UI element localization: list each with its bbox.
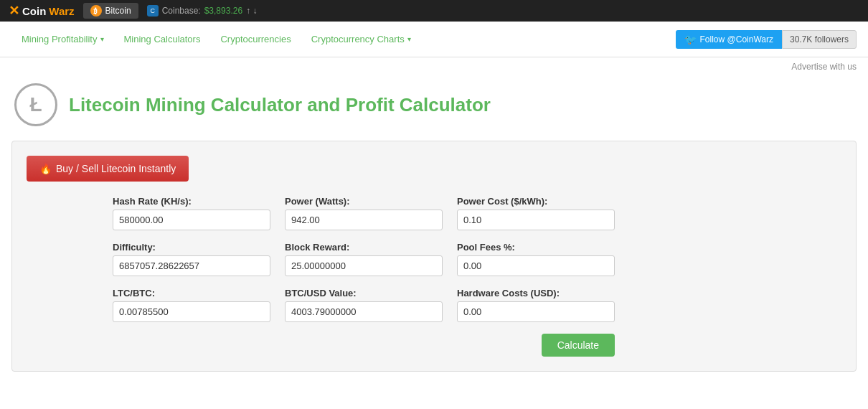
block-reward-input[interactable] bbox=[285, 255, 443, 276]
nav-mining-calculators-label: Mining Calculators bbox=[124, 34, 201, 44]
nav-right: 🐦 Follow @CoinWarz 30.7K followers bbox=[676, 30, 857, 49]
bitcoin-label: Bitcoin bbox=[105, 6, 131, 16]
field-difficulty: Difficulty: bbox=[113, 242, 270, 276]
coinbase-icon: C bbox=[147, 5, 159, 17]
field-block-reward: Block Reward: bbox=[285, 242, 443, 276]
btc-usd-input[interactable] bbox=[285, 301, 443, 322]
field-hardware-costs: Hardware Costs (USD): bbox=[457, 288, 615, 322]
coinbase-tab: C Coinbase: $3,893.26 ↑ ↓ bbox=[147, 5, 258, 17]
difficulty-label: Difficulty: bbox=[113, 242, 270, 253]
nav-mining-profitability-label: Mining Profitability bbox=[22, 34, 98, 44]
hardware-costs-input[interactable] bbox=[457, 301, 615, 322]
page-header: Ł Litecoin Mining Calculator and Profit … bbox=[0, 76, 868, 141]
coinwarz-logo: ✕ CoinWarz bbox=[9, 3, 75, 19]
difficulty-input[interactable] bbox=[113, 255, 270, 276]
power-input[interactable] bbox=[285, 210, 443, 230]
advertise-text: Advertise with us bbox=[791, 62, 857, 72]
main-content: 🔥 Buy / Sell Litecoin Instantly Hash Rat… bbox=[0, 141, 868, 386]
litecoin-logo: Ł bbox=[14, 83, 57, 126]
bitcoin-tab[interactable]: ₿ Bitcoin bbox=[83, 3, 138, 19]
ltc-btc-input[interactable] bbox=[113, 301, 270, 322]
logo-x-icon: ✕ bbox=[9, 3, 19, 19]
field-pool-fees: Pool Fees %: bbox=[457, 242, 615, 276]
power-cost-label: Power Cost ($/kWh): bbox=[457, 196, 615, 207]
hardware-costs-label: Hardware Costs (USD): bbox=[457, 288, 615, 298]
bitcoin-icon: ₿ bbox=[90, 5, 102, 17]
field-hash-rate: Hash Rate (KH/s): bbox=[113, 196, 270, 230]
coinbase-label: Coinbase: bbox=[162, 6, 201, 16]
field-power: Power (Watts): bbox=[285, 196, 443, 230]
buy-sell-label: Buy / Sell Litecoin Instantly bbox=[56, 163, 176, 174]
nav-mining-calculators[interactable]: Mining Calculators bbox=[114, 22, 211, 57]
pool-fees-label: Pool Fees %: bbox=[457, 242, 615, 253]
twitter-icon: 🐦 bbox=[684, 34, 697, 45]
advertise-bar: Advertise with us bbox=[0, 57, 868, 76]
field-power-cost: Power Cost ($/kWh): bbox=[457, 196, 615, 230]
nav-cryptocurrency-charts-label: Cryptocurrency Charts bbox=[311, 34, 405, 44]
topbar: ✕ CoinWarz ₿ Bitcoin C Coinbase: $3,893.… bbox=[0, 0, 868, 22]
nav-cryptocurrency-charts[interactable]: Cryptocurrency Charts ▾ bbox=[301, 22, 421, 57]
follow-label: Follow @CoinWarz bbox=[700, 34, 773, 44]
calculate-row: Calculate bbox=[113, 334, 615, 357]
power-label: Power (Watts): bbox=[285, 196, 443, 207]
hash-rate-input[interactable] bbox=[113, 210, 270, 230]
calculate-button[interactable]: Calculate bbox=[542, 334, 615, 357]
nav-cryptocurrencies-label: Cryptocurrencies bbox=[220, 34, 291, 44]
navbar: Mining Profitability ▾ Mining Calculator… bbox=[0, 22, 868, 57]
coinbase-price: $3,893.26 bbox=[204, 6, 242, 16]
btc-usd-label: BTC/USD Value: bbox=[285, 288, 443, 298]
follow-button[interactable]: 🐦 Follow @CoinWarz bbox=[676, 30, 782, 49]
followers-badge: 30.7K followers bbox=[782, 30, 857, 49]
nav-mining-profitability[interactable]: Mining Profitability ▾ bbox=[11, 22, 114, 57]
nav-cryptocurrencies[interactable]: Cryptocurrencies bbox=[210, 22, 301, 57]
chevron-down-icon: ▾ bbox=[100, 35, 104, 43]
buy-sell-button[interactable]: 🔥 Buy / Sell Litecoin Instantly bbox=[27, 156, 189, 182]
block-reward-label: Block Reward: bbox=[285, 242, 443, 253]
calculator-grid: Hash Rate (KH/s): Power (Watts): Power C… bbox=[113, 196, 615, 322]
logo-coin-text: Coin bbox=[22, 5, 46, 17]
fire-icon: 🔥 bbox=[39, 163, 52, 174]
field-btc-usd: BTC/USD Value: bbox=[285, 288, 443, 322]
hash-rate-label: Hash Rate (KH/s): bbox=[113, 196, 270, 207]
ltc-btc-label: LTC/BTC: bbox=[113, 288, 270, 298]
page-title: Litecoin Mining Calculator and Profit Ca… bbox=[69, 94, 491, 116]
calculator-box: 🔥 Buy / Sell Litecoin Instantly Hash Rat… bbox=[11, 141, 857, 372]
power-cost-input[interactable] bbox=[457, 210, 615, 230]
coinbase-arrow: ↑ ↓ bbox=[246, 6, 257, 16]
field-ltc-btc: LTC/BTC: bbox=[113, 288, 270, 322]
logo-warz-text: Warz bbox=[49, 5, 74, 17]
chevron-down-icon-2: ▾ bbox=[407, 35, 411, 43]
pool-fees-input[interactable] bbox=[457, 255, 615, 276]
